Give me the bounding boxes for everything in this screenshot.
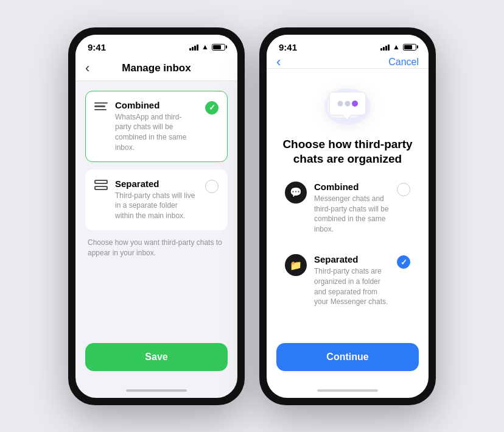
rbar1 [380, 48, 382, 51]
wifi-icon-left: ▲ [201, 43, 209, 51]
separated-text-right: Separated Third-party chats are organize… [314, 254, 390, 307]
back-button-right[interactable]: ‹ [276, 55, 281, 69]
chat-icon: 💬 [290, 186, 302, 198]
separated-radio-left [205, 180, 219, 193]
save-button[interactable]: Save [85, 343, 228, 371]
separated-desc-left: Third-party chats will live in a separat… [115, 191, 198, 221]
time-right: 9:41 [279, 42, 297, 52]
right-cards-area: 💬 Combined Messenger chats and third-par… [267, 174, 429, 319]
combined-option-right[interactable]: 💬 Combined Messenger chats and third-par… [276, 174, 419, 242]
page-title-right: Choose how third-party chats are organiz… [276, 137, 419, 167]
chat-bubble-illustration [320, 83, 375, 127]
chevron-left-icon-right: ‹ [276, 55, 281, 69]
combined-desc-right: Messenger chats and third-party chats wi… [314, 194, 390, 235]
combined-text-left: Combined WhatsApp and third-party chats … [115, 100, 198, 153]
line2 [94, 105, 105, 107]
continue-button[interactable]: Continue [276, 343, 419, 371]
nav-title-left: Manage inbox [122, 62, 191, 74]
bar1 [189, 48, 191, 51]
illustration-area [267, 69, 429, 137]
separated-title-right: Separated [314, 254, 390, 264]
status-icons-left: ▲ [189, 43, 225, 51]
checkmark-left: ✓ [209, 104, 215, 112]
status-bar-left: 9:41 ▲ [75, 35, 237, 56]
bar4 [197, 44, 198, 51]
combined-option-left[interactable]: Combined WhatsApp and third-party chats … [85, 91, 228, 162]
combined-radio-right [397, 183, 410, 196]
rbar2 [383, 47, 385, 51]
page-title-area: Choose how third-party chats are organiz… [267, 137, 429, 174]
sep-inner1 [96, 181, 107, 183]
home-bar-left [126, 389, 187, 392]
svg-point-5 [352, 101, 358, 107]
rbar4 [388, 44, 390, 51]
separated-text-left: Separated Third-party chats will live in… [115, 179, 198, 221]
home-indicator-left [75, 386, 237, 398]
signal-bars-left [189, 44, 198, 51]
separated-option-right[interactable]: 📁 Separated Third-party chats are organi… [276, 247, 419, 314]
phone-right: 9:41 ▲ ‹ [259, 27, 436, 405]
rbar3 [385, 46, 387, 51]
combined-title-right: Combined [314, 182, 390, 192]
bar2 [192, 47, 194, 51]
combined-desc-left: WhatsApp and third-party chats will be c… [115, 112, 198, 153]
combined-text-right: Combined Messenger chats and third-party… [314, 182, 390, 235]
screen-content-left: Combined WhatsApp and third-party chats … [75, 81, 237, 343]
spacer-right [267, 319, 429, 342]
nav-bar-left: ‹ Manage inbox [75, 56, 237, 81]
combined-circle-icon: 💬 [285, 182, 307, 204]
battery-fill-left [213, 45, 221, 49]
line3 [94, 109, 107, 111]
signal-bars-right [380, 44, 390, 51]
home-bar-right [317, 389, 378, 392]
hint-left: Choose how you want third-party chats to… [85, 238, 228, 258]
combined-radio-left: ✓ [205, 101, 219, 115]
separated-option-left[interactable]: Separated Third-party chats will live in… [85, 169, 228, 230]
battery-icon-right [403, 44, 416, 51]
sep-row2 [94, 186, 108, 190]
wifi-icon-right: ▲ [393, 43, 400, 51]
bottom-area-right: Continue [267, 343, 429, 386]
battery-icon-left [212, 44, 225, 51]
chevron-left-icon: ‹ [85, 62, 89, 75]
folder-icon: 📁 [290, 260, 302, 271]
battery-fill-right [404, 45, 412, 49]
back-button-left[interactable]: ‹ [85, 62, 89, 75]
checkmark-right: ✓ [401, 258, 407, 266]
nav-bar-right: ‹ Cancel [267, 56, 429, 69]
combined-title-left: Combined [115, 100, 198, 110]
time-left: 9:41 [88, 42, 106, 52]
sep-inner2 [96, 187, 107, 189]
line1 [94, 102, 108, 104]
home-indicator-right [267, 386, 429, 398]
separated-icon-left [94, 180, 108, 191]
svg-point-3 [338, 101, 343, 106]
separated-desc-right: Third-party chats are organized in a fol… [314, 266, 390, 307]
combined-icon-left [94, 101, 108, 112]
separated-radio-right: ✓ [397, 255, 410, 269]
sep-row1 [94, 180, 108, 184]
separated-title-left: Separated [115, 179, 198, 189]
phone-left: 9:41 ▲ ‹ [68, 27, 245, 405]
cancel-button-right[interactable]: Cancel [388, 57, 419, 68]
status-bar-right: 9:41 ▲ [267, 35, 429, 56]
status-icons-right: ▲ [380, 43, 416, 51]
bar3 [194, 46, 196, 51]
separated-folder-icon: 📁 [285, 254, 307, 276]
svg-point-4 [345, 101, 351, 106]
bottom-area-left: Save [75, 343, 237, 386]
